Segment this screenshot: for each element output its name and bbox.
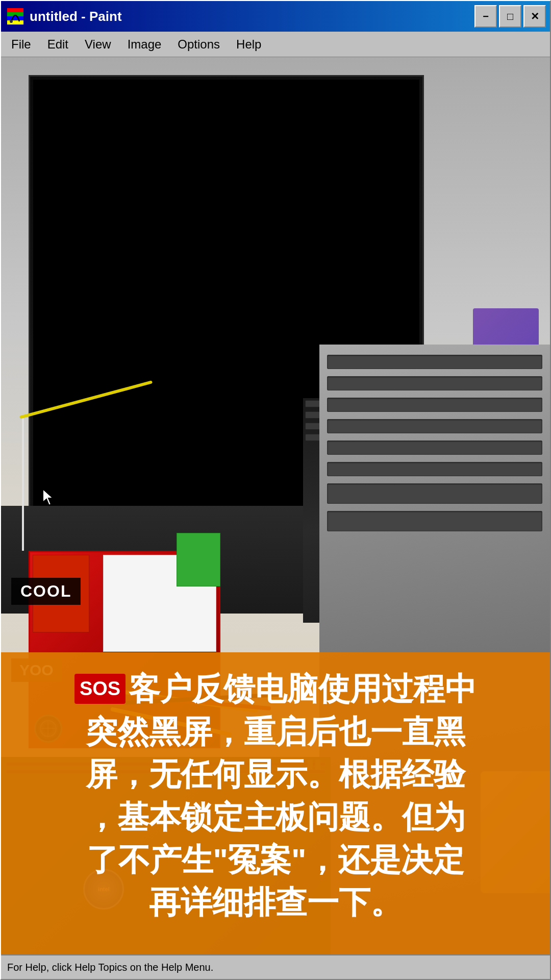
drive-bays	[319, 345, 550, 549]
cable-left	[1, 416, 45, 551]
drive-bay-6	[327, 462, 542, 476]
svg-rect-3	[7, 16, 23, 20]
app-icon	[5, 6, 26, 27]
close-button[interactable]: ✕	[523, 5, 546, 28]
menu-file[interactable]: File	[3, 34, 39, 55]
menu-edit[interactable]: Edit	[39, 34, 77, 55]
drive-bay-8	[327, 511, 542, 531]
sos-badge: SOS	[74, 674, 126, 704]
status-bar: For Help, click Help Topics on the Help …	[1, 954, 550, 979]
overlay-line-1: SOS客户反馈电脑使用过程中	[16, 668, 535, 710]
drive-bay-2	[327, 376, 542, 390]
svg-point-5	[10, 20, 13, 23]
overlay-line-5: 了不产生"冤案"，还是决定	[16, 839, 535, 881]
overlay-line-6: 再详细排查一下。	[16, 881, 535, 924]
status-text: For Help, click Help Topics on the Help …	[7, 962, 213, 973]
canvas-area: intel	[1, 57, 550, 954]
window-controls: − □ ✕	[474, 5, 546, 28]
photo-container: intel	[1, 57, 550, 954]
menu-bar: File Edit View Image Options Help	[1, 32, 550, 57]
drive-bay-3	[327, 398, 542, 412]
drive-bay-4	[327, 419, 542, 433]
mouse-cursor	[42, 488, 57, 506]
green-component	[177, 533, 220, 586]
menu-options[interactable]: Options	[169, 34, 228, 55]
drive-bay-7	[327, 483, 542, 504]
overlay-line-4: ，基本锁定主板问题。但为	[16, 796, 535, 839]
overlay-line-2: 突然黑屏，重启后也一直黑	[16, 710, 535, 753]
photo-scene: intel	[1, 57, 550, 954]
svg-marker-6	[43, 489, 53, 505]
main-window: untitled - Paint − □ ✕ File Edit View Im…	[0, 0, 551, 980]
svg-rect-1	[7, 8, 23, 12]
overlay-line-3: 屏，无任何显示。根据经验	[16, 753, 535, 796]
title-bar: untitled - Paint − □ ✕	[1, 1, 550, 32]
text-overlay: SOS客户反馈电脑使用过程中 突然黑屏，重启后也一直黑 屏，无任何显示。根据经验…	[1, 652, 550, 954]
window-title: untitled - Paint	[30, 9, 474, 24]
cool-badge: COOL	[11, 578, 81, 605]
svg-rect-4	[7, 20, 23, 24]
drive-bay-5	[327, 440, 542, 455]
menu-view[interactable]: View	[77, 34, 119, 55]
drive-bay-1	[327, 355, 542, 369]
menu-help[interactable]: Help	[228, 34, 269, 55]
menu-image[interactable]: Image	[119, 34, 170, 55]
maximize-button[interactable]: □	[499, 5, 521, 28]
minimize-button[interactable]: −	[474, 5, 497, 28]
overlay-text-content: SOS客户反馈电脑使用过程中 突然黑屏，重启后也一直黑 屏，无任何显示。根据经验…	[16, 668, 535, 924]
